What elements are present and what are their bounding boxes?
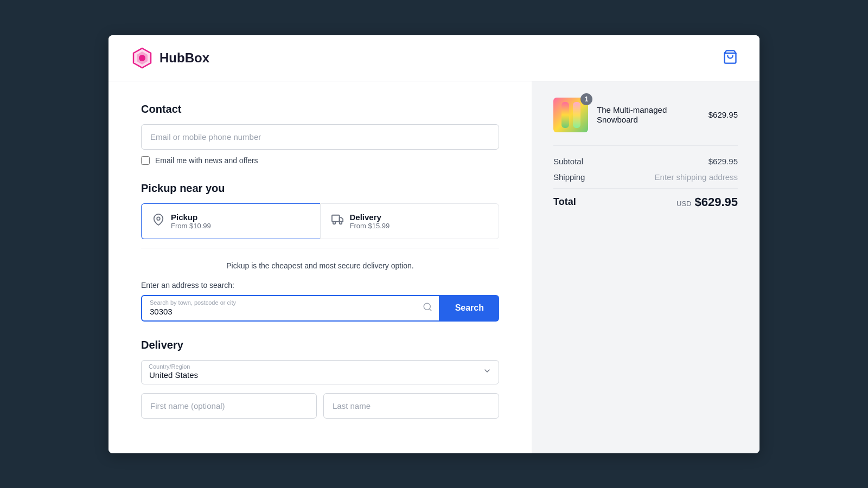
delivery-option-price: From $15.99 (350, 222, 390, 230)
logo: HubBox (130, 46, 209, 70)
last-name-input[interactable] (323, 393, 499, 419)
shipping-label: Shipping (553, 172, 585, 182)
pickup-note: Pickup is the cheapest and most secure d… (141, 261, 499, 270)
shipping-options: Pickup From $10.99 (141, 203, 499, 239)
email-input[interactable] (141, 124, 499, 150)
total-value-container: USD $629.95 (676, 195, 738, 209)
pickup-section: Pickup near you Pickup From $10.99 (141, 182, 499, 322)
snowboard-graphic (560, 101, 582, 129)
newsletter-row: Email me with news and offers (141, 156, 499, 165)
total-row: Total USD $629.95 (553, 188, 738, 209)
product-name: The Multi-managed Snowboard (597, 105, 667, 124)
shopping-bag-icon (723, 49, 738, 65)
first-name-input[interactable] (141, 393, 317, 419)
subtotal-row: Subtotal $629.95 (553, 157, 738, 166)
cart-button[interactable] (723, 49, 738, 66)
delivery-option-name: Delivery (350, 213, 390, 222)
contact-section: Contact Email me with news and offers (141, 103, 499, 165)
search-magnifier-icon (423, 302, 432, 314)
logo-text: HubBox (159, 50, 209, 66)
svg-rect-6 (331, 215, 339, 222)
hubbox-logo-icon (130, 46, 154, 70)
product-image-container: 1 (553, 98, 588, 132)
svg-point-3 (139, 55, 145, 61)
total-amount: $629.95 (694, 195, 738, 209)
pickup-option-text: Pickup From $10.99 (171, 213, 211, 230)
shipping-value: Enter shipping address (655, 172, 738, 182)
delivery-option[interactable]: Delivery From $15.99 (320, 203, 500, 239)
delivery-option-text: Delivery From $15.99 (350, 213, 390, 230)
total-currency: USD (676, 200, 691, 208)
newsletter-label: Email me with news and offers (155, 156, 258, 165)
country-label: Country/Region (149, 363, 190, 370)
search-label: Enter an address to search: (141, 281, 499, 290)
product-info: The Multi-managed Snowboard (597, 105, 700, 125)
country-select[interactable]: United States (141, 360, 499, 384)
contact-title: Contact (141, 103, 499, 115)
svg-rect-11 (561, 102, 569, 128)
svg-point-8 (339, 222, 342, 224)
main-content: Contact Email me with news and offers Pi… (108, 81, 760, 453)
pickup-option[interactable]: Pickup From $10.99 (141, 203, 320, 239)
shipping-row: Shipping Enter shipping address (553, 172, 738, 182)
divider (141, 248, 499, 248)
pickup-option-name: Pickup (171, 213, 211, 222)
pin-icon (152, 214, 164, 228)
svg-point-5 (157, 217, 160, 220)
pickup-title: Pickup near you (141, 182, 499, 195)
svg-line-10 (429, 309, 431, 310)
left-panel: Contact Email me with news and offers Pi… (108, 81, 532, 453)
truck-icon (331, 214, 343, 228)
svg-rect-12 (573, 102, 580, 128)
total-label: Total (553, 196, 576, 208)
search-input-wrapper: Search by town, postcode or city (141, 295, 440, 322)
search-button[interactable]: Search (440, 295, 499, 322)
delivery-title: Delivery (141, 339, 499, 351)
right-panel: 1 (532, 81, 760, 453)
pickup-option-price: From $10.99 (171, 222, 211, 230)
order-summary: Subtotal $629.95 Shipping Enter shipping… (553, 145, 738, 209)
newsletter-checkbox[interactable] (141, 156, 150, 165)
header: HubBox (108, 35, 760, 81)
order-item: 1 (553, 98, 738, 132)
search-row: Search by town, postcode or city Search (141, 295, 499, 322)
name-row (141, 393, 499, 419)
product-price: $629.95 (709, 110, 738, 119)
subtotal-value: $629.95 (709, 157, 738, 166)
country-select-wrapper: Country/Region United States (141, 360, 499, 384)
search-float-label: Search by town, postcode or city (150, 299, 236, 306)
subtotal-label: Subtotal (553, 157, 583, 166)
svg-point-7 (333, 222, 335, 224)
product-badge: 1 (580, 93, 592, 105)
delivery-section: Delivery Country/Region United States (141, 339, 499, 419)
